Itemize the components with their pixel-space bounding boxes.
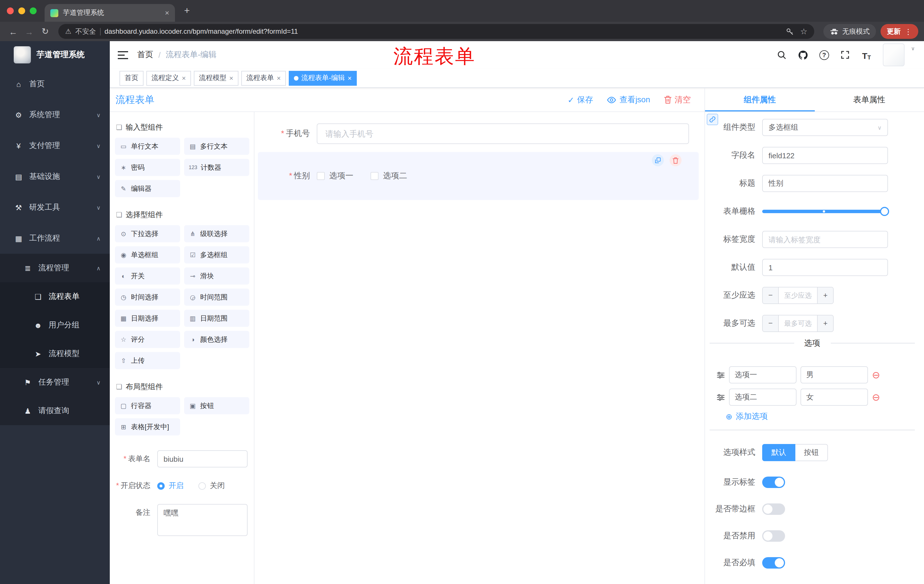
style-button-button[interactable]: 按钮 xyxy=(795,444,828,461)
option-value-input[interactable] xyxy=(800,388,868,406)
bind-field-button[interactable] xyxy=(707,114,718,125)
sidebar-item-user-group[interactable]: ☻ 用户分组 xyxy=(0,311,110,339)
browser-update-button[interactable]: 更新 ⋮ xyxy=(881,24,918,39)
drag-handle-icon[interactable] xyxy=(716,371,725,378)
decrease-button[interactable]: − xyxy=(763,316,779,331)
tab-component-props[interactable]: 组件属性 xyxy=(705,88,815,112)
default-value-input[interactable] xyxy=(762,259,888,276)
fullscreen-icon[interactable] xyxy=(840,49,851,61)
slider-handle[interactable] xyxy=(880,207,889,216)
palette-item-password[interactable]: ∗密码 xyxy=(115,159,180,176)
palette-item-date-picker[interactable]: ▦日期选择 xyxy=(115,310,180,327)
sidebar-item-task-management[interactable]: ⚑ 任务管理 ∨ xyxy=(0,368,110,396)
save-button[interactable]: ✓ 保存 xyxy=(568,95,593,105)
status-off-radio[interactable]: 关闭 xyxy=(198,480,225,491)
canvas-field-gender[interactable]: 性别 选项一 选项二 xyxy=(258,171,699,181)
minimize-window-button[interactable] xyxy=(18,7,25,14)
drag-handle-icon[interactable] xyxy=(716,393,725,401)
tab-close-icon[interactable]: × xyxy=(165,8,169,17)
form-canvas[interactable]: 手机号 xyxy=(254,112,705,584)
style-default-button[interactable]: 默认 xyxy=(762,444,795,461)
tag-process-definition[interactable]: 流程定义 × xyxy=(146,71,191,86)
search-icon[interactable] xyxy=(776,49,788,61)
palette-item-button[interactable]: ▣按钮 xyxy=(184,397,249,414)
component-type-select[interactable]: 多选框组 ∨ xyxy=(762,119,888,136)
copy-widget-button[interactable] xyxy=(652,154,664,166)
close-window-button[interactable] xyxy=(7,7,14,14)
palette-item-editor[interactable]: ✎编辑器 xyxy=(115,180,180,197)
user-avatar[interactable] xyxy=(883,43,905,66)
breadcrumb-home[interactable]: 首页 xyxy=(137,50,153,60)
palette-item-single-text[interactable]: ▭单行文本 xyxy=(115,138,180,155)
tag-close-icon[interactable]: × xyxy=(277,74,281,82)
palette-item-checkbox-group[interactable]: ☑多选框组 xyxy=(184,246,249,263)
clear-button[interactable]: 清空 xyxy=(664,95,691,105)
palette-item-cascader[interactable]: ⋔级联选择 xyxy=(184,225,249,242)
palette-item-color-picker[interactable]: ◑颜色选择 xyxy=(184,331,249,348)
decrease-button[interactable]: − xyxy=(763,288,779,303)
sidebar-item-home[interactable]: ⌂ 首页 xyxy=(0,69,110,99)
sidebar-item-system-management[interactable]: ⚙ 系统管理 ∨ xyxy=(0,99,110,130)
sidebar-item-process-form[interactable]: ❑ 流程表单 xyxy=(0,282,110,311)
new-tab-button[interactable]: + xyxy=(184,5,190,16)
canvas-field-gender-selected[interactable]: 性别 选项一 选项二 xyxy=(258,152,699,200)
palette-item-upload[interactable]: ⇧上传 xyxy=(115,352,180,369)
palette-item-time-picker[interactable]: ◷时间选择 xyxy=(115,289,180,306)
title-input[interactable] xyxy=(762,175,888,192)
delete-widget-button[interactable] xyxy=(670,154,681,166)
add-option-button[interactable]: ⊕ 添加选项 xyxy=(726,411,915,422)
palette-item-multi-text[interactable]: ▤多行文本 xyxy=(184,138,249,155)
sidebar-item-dev-tools[interactable]: ⚒ 研发工具 ∨ xyxy=(0,192,110,223)
forward-icon[interactable]: → xyxy=(22,26,36,36)
sidebar-item-workflow[interactable]: ▦ 工作流程 ∧ xyxy=(0,223,110,254)
increase-button[interactable]: + xyxy=(817,288,833,303)
sidebar-item-process-model[interactable]: ➤ 流程模型 xyxy=(0,339,110,368)
tab-form-props[interactable]: 表单属性 xyxy=(815,88,924,112)
tag-process-form[interactable]: 流程表单 × xyxy=(241,71,286,86)
palette-item-time-range[interactable]: ◶时间范围 xyxy=(184,289,249,306)
collapse-menu-icon[interactable] xyxy=(118,51,128,59)
show-label-switch[interactable] xyxy=(762,477,785,488)
remove-option-button[interactable]: ⊖ xyxy=(872,392,880,402)
canvas-field-phone[interactable]: 手机号 xyxy=(258,123,699,144)
tag-close-icon[interactable]: × xyxy=(182,74,186,82)
github-icon[interactable] xyxy=(797,49,809,61)
sidebar-item-process-management[interactable]: ≣ 流程管理 ∧ xyxy=(0,254,110,282)
remove-option-button[interactable]: ⊖ xyxy=(872,370,880,380)
min-select-value[interactable]: 至少应选 xyxy=(779,288,817,303)
palette-item-radio-group[interactable]: ◉单选框组 xyxy=(115,246,180,263)
sidebar-item-infrastructure[interactable]: ▤ 基础设施 ∨ xyxy=(0,161,110,192)
required-switch[interactable] xyxy=(762,557,785,569)
form-grid-slider[interactable] xyxy=(762,210,888,213)
address-bar[interactable]: ⚠ 不安全 dashboard.yudao.iocoder.cn/bpm/man… xyxy=(58,24,814,39)
zoom-window-button[interactable] xyxy=(30,7,36,14)
tag-home[interactable]: 首页 xyxy=(119,71,144,86)
form-remark-textarea[interactable]: 嘿嘿 xyxy=(157,504,248,536)
phone-input[interactable] xyxy=(317,123,689,144)
palette-item-switch[interactable]: ◐开关 xyxy=(115,267,180,285)
browser-tab[interactable]: 芋道管理系统 × xyxy=(45,4,175,22)
palette-item-select[interactable]: ⊙下拉选择 xyxy=(115,225,180,242)
back-icon[interactable]: ← xyxy=(6,26,21,36)
password-key-icon[interactable] xyxy=(786,27,794,36)
tag-process-model[interactable]: 流程模型 × xyxy=(194,71,238,86)
sidebar-item-leave-query[interactable]: ♟ 请假查询 xyxy=(0,396,110,425)
label-width-input[interactable] xyxy=(762,231,888,248)
option-label-input[interactable] xyxy=(729,388,797,406)
browser-menu-icon[interactable]: ⋮ xyxy=(904,27,912,36)
border-switch[interactable] xyxy=(762,503,785,515)
view-json-button[interactable]: 查看json xyxy=(607,95,650,105)
palette-item-rate[interactable]: ☆评分 xyxy=(115,331,180,348)
palette-item-row-container[interactable]: ▢行容器 xyxy=(115,397,180,414)
font-size-icon[interactable]: TT xyxy=(861,49,872,61)
tag-close-icon[interactable]: × xyxy=(229,74,233,82)
option-value-input[interactable] xyxy=(800,366,868,383)
form-name-input[interactable] xyxy=(157,450,248,467)
help-icon[interactable]: ? xyxy=(818,49,830,61)
palette-item-date-range[interactable]: ▥日期范围 xyxy=(184,310,249,327)
max-select-value[interactable]: 最多可选 xyxy=(779,316,817,331)
option-label-input[interactable] xyxy=(729,366,797,383)
disabled-switch[interactable] xyxy=(762,530,785,542)
palette-item-counter[interactable]: 123计数器 xyxy=(184,159,249,176)
tag-process-form-edit[interactable]: 流程表单-编辑 × xyxy=(289,71,357,86)
